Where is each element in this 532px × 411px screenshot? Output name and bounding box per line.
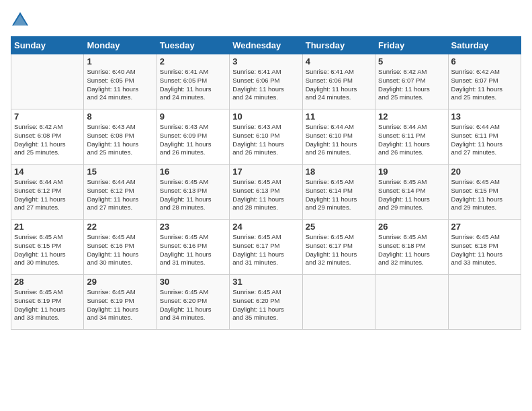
day-info: Sunrise: 6:44 AMSunset: 6:12 PMDaylight:… (87, 178, 153, 212)
calendar-cell: 6Sunrise: 6:42 AMSunset: 6:07 PMDaylight… (448, 54, 521, 109)
calendar-week-row: 21Sunrise: 6:45 AMSunset: 6:15 PMDayligh… (11, 220, 521, 275)
day-info: Sunrise: 6:41 AMSunset: 6:05 PMDaylight:… (160, 68, 226, 102)
day-info: Sunrise: 6:44 AMSunset: 6:11 PMDaylight:… (378, 123, 445, 157)
calendar-cell: 2Sunrise: 6:41 AMSunset: 6:05 PMDaylight… (157, 54, 229, 109)
day-info: Sunrise: 6:45 AMSunset: 6:15 PMDaylight:… (451, 178, 518, 212)
header-day-tuesday: Tuesday (157, 37, 229, 54)
day-number: 17 (232, 167, 299, 177)
calendar-cell: 18Sunrise: 6:45 AMSunset: 6:14 PMDayligh… (302, 165, 375, 220)
day-info: Sunrise: 6:43 AMSunset: 6:09 PMDaylight:… (160, 123, 226, 157)
header-day-thursday: Thursday (302, 37, 375, 54)
day-number: 3 (232, 56, 299, 66)
calendar-cell: 17Sunrise: 6:45 AMSunset: 6:13 PMDayligh… (230, 165, 302, 220)
logo (11, 11, 31, 30)
day-number: 2 (160, 56, 226, 66)
day-number: 9 (160, 111, 226, 122)
calendar-cell: 7Sunrise: 6:42 AMSunset: 6:08 PMDaylight… (11, 109, 84, 165)
header-day-saturday: Saturday (448, 37, 521, 54)
header-day-monday: Monday (84, 37, 157, 54)
day-number: 21 (14, 222, 81, 232)
day-info: Sunrise: 6:45 AMSunset: 6:20 PMDaylight:… (160, 288, 226, 322)
calendar-cell: 25Sunrise: 6:45 AMSunset: 6:17 PMDayligh… (302, 220, 375, 275)
day-number: 25 (306, 222, 372, 232)
calendar-cell: 1Sunrise: 6:40 AMSunset: 6:05 PMDaylight… (84, 54, 157, 109)
day-number: 15 (87, 167, 153, 177)
calendar-cell: 19Sunrise: 6:45 AMSunset: 6:14 PMDayligh… (375, 165, 448, 220)
day-info: Sunrise: 6:45 AMSunset: 6:15 PMDaylight:… (14, 233, 81, 267)
day-number: 1 (87, 56, 153, 66)
header-day-wednesday: Wednesday (230, 37, 302, 54)
calendar-week-row: 14Sunrise: 6:44 AMSunset: 6:12 PMDayligh… (11, 165, 521, 220)
day-number: 13 (451, 111, 518, 122)
day-info: Sunrise: 6:42 AMSunset: 6:07 PMDaylight:… (451, 68, 518, 102)
day-number: 4 (306, 56, 372, 66)
calendar-cell: 30Sunrise: 6:45 AMSunset: 6:20 PMDayligh… (157, 275, 229, 330)
calendar-cell: 24Sunrise: 6:45 AMSunset: 6:17 PMDayligh… (230, 220, 302, 275)
calendar-cell: 15Sunrise: 6:44 AMSunset: 6:12 PMDayligh… (84, 165, 157, 220)
day-info: Sunrise: 6:45 AMSunset: 6:19 PMDaylight:… (87, 288, 153, 322)
day-number: 12 (378, 111, 445, 122)
day-info: Sunrise: 6:45 AMSunset: 6:13 PMDaylight:… (160, 178, 226, 212)
day-number: 7 (14, 111, 81, 122)
day-info: Sunrise: 6:44 AMSunset: 6:10 PMDaylight:… (306, 123, 372, 157)
calendar-cell: 16Sunrise: 6:45 AMSunset: 6:13 PMDayligh… (157, 165, 229, 220)
page-container: SundayMondayTuesdayWednesdayThursdayFrid… (0, 0, 532, 411)
calendar-cell: 3Sunrise: 6:41 AMSunset: 6:06 PMDaylight… (230, 54, 302, 109)
day-number: 11 (306, 111, 372, 122)
day-info: Sunrise: 6:41 AMSunset: 6:06 PMDaylight:… (232, 68, 299, 102)
calendar-week-row: 28Sunrise: 6:45 AMSunset: 6:19 PMDayligh… (11, 275, 521, 330)
calendar-cell: 20Sunrise: 6:45 AMSunset: 6:15 PMDayligh… (448, 165, 521, 220)
calendar-cell (375, 275, 448, 330)
day-info: Sunrise: 6:43 AMSunset: 6:08 PMDaylight:… (87, 123, 153, 157)
day-info: Sunrise: 6:45 AMSunset: 6:17 PMDaylight:… (232, 233, 299, 267)
calendar-week-row: 7Sunrise: 6:42 AMSunset: 6:08 PMDaylight… (11, 109, 521, 165)
day-info: Sunrise: 6:45 AMSunset: 6:18 PMDaylight:… (451, 233, 518, 267)
day-info: Sunrise: 6:42 AMSunset: 6:07 PMDaylight:… (378, 68, 445, 102)
calendar-cell: 27Sunrise: 6:45 AMSunset: 6:18 PMDayligh… (448, 220, 521, 275)
day-number: 24 (232, 222, 299, 232)
calendar-cell: 22Sunrise: 6:45 AMSunset: 6:16 PMDayligh… (84, 220, 157, 275)
calendar-week-row: 1Sunrise: 6:40 AMSunset: 6:05 PMDaylight… (11, 54, 521, 109)
day-number: 29 (87, 277, 153, 287)
day-number: 27 (451, 222, 518, 232)
header-day-sunday: Sunday (11, 37, 84, 54)
day-number: 10 (232, 111, 299, 122)
calendar-cell (11, 54, 84, 109)
day-info: Sunrise: 6:45 AMSunset: 6:14 PMDaylight:… (378, 178, 445, 212)
calendar-cell (448, 275, 521, 330)
day-number: 16 (160, 167, 226, 177)
day-info: Sunrise: 6:42 AMSunset: 6:08 PMDaylight:… (14, 123, 81, 157)
header (11, 11, 521, 30)
day-number: 30 (160, 277, 226, 287)
day-number: 22 (87, 222, 153, 232)
calendar-cell: 29Sunrise: 6:45 AMSunset: 6:19 PMDayligh… (84, 275, 157, 330)
calendar-header-row: SundayMondayTuesdayWednesdayThursdayFrid… (11, 37, 521, 54)
calendar-cell: 23Sunrise: 6:45 AMSunset: 6:16 PMDayligh… (157, 220, 229, 275)
calendar-table: SundayMondayTuesdayWednesdayThursdayFrid… (11, 36, 521, 330)
calendar-cell: 4Sunrise: 6:41 AMSunset: 6:06 PMDaylight… (302, 54, 375, 109)
calendar-cell: 5Sunrise: 6:42 AMSunset: 6:07 PMDaylight… (375, 54, 448, 109)
logo-icon (11, 11, 30, 30)
day-number: 20 (451, 167, 518, 177)
day-number: 28 (14, 277, 81, 287)
day-number: 6 (451, 56, 518, 66)
day-info: Sunrise: 6:40 AMSunset: 6:05 PMDaylight:… (87, 68, 153, 102)
calendar-cell: 28Sunrise: 6:45 AMSunset: 6:19 PMDayligh… (11, 275, 84, 330)
day-info: Sunrise: 6:44 AMSunset: 6:12 PMDaylight:… (14, 178, 81, 212)
day-number: 23 (160, 222, 226, 232)
day-info: Sunrise: 6:44 AMSunset: 6:11 PMDaylight:… (451, 123, 518, 157)
day-number: 5 (378, 56, 445, 66)
day-info: Sunrise: 6:45 AMSunset: 6:16 PMDaylight:… (87, 233, 153, 267)
day-info: Sunrise: 6:43 AMSunset: 6:10 PMDaylight:… (232, 123, 299, 157)
calendar-cell: 14Sunrise: 6:44 AMSunset: 6:12 PMDayligh… (11, 165, 84, 220)
day-info: Sunrise: 6:45 AMSunset: 6:17 PMDaylight:… (306, 233, 372, 267)
calendar-cell: 13Sunrise: 6:44 AMSunset: 6:11 PMDayligh… (448, 109, 521, 165)
day-info: Sunrise: 6:45 AMSunset: 6:13 PMDaylight:… (232, 178, 299, 212)
day-number: 18 (306, 167, 372, 177)
day-number: 19 (378, 167, 445, 177)
calendar-cell: 9Sunrise: 6:43 AMSunset: 6:09 PMDaylight… (157, 109, 229, 165)
day-info: Sunrise: 6:45 AMSunset: 6:14 PMDaylight:… (306, 178, 372, 212)
day-number: 8 (87, 111, 153, 122)
day-info: Sunrise: 6:45 AMSunset: 6:18 PMDaylight:… (378, 233, 445, 267)
day-info: Sunrise: 6:45 AMSunset: 6:19 PMDaylight:… (14, 288, 81, 322)
